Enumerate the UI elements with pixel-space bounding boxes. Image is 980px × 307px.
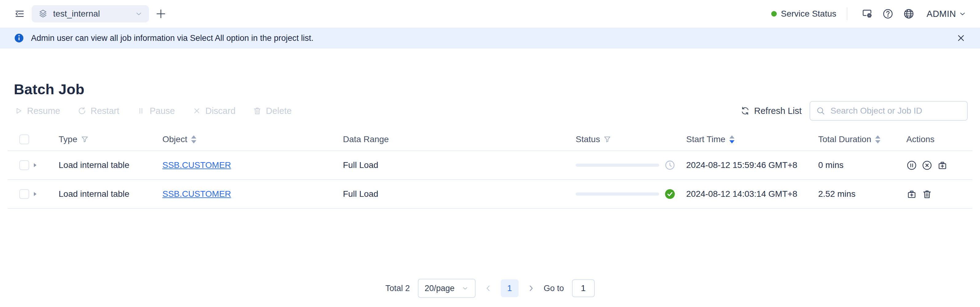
- cell-actions: [906, 189, 972, 200]
- batch-job-page: test_internal Service Status: [0, 0, 980, 307]
- page-size-value: 20/page: [425, 284, 455, 293]
- table-row: Load internal table SSB.CUSTOMER Full Lo…: [8, 151, 972, 180]
- delete-label: Delete: [266, 106, 292, 116]
- pagination-total: Total 2: [385, 284, 410, 293]
- pause-button[interactable]: Pause: [136, 106, 175, 116]
- select-all-checkbox[interactable]: [19, 134, 29, 144]
- project-selector[interactable]: test_internal: [32, 5, 149, 22]
- refresh-list-button[interactable]: Refresh List: [740, 106, 802, 116]
- delete-button[interactable]: Delete: [253, 106, 292, 116]
- expand-row-icon[interactable]: [32, 191, 38, 197]
- goto-label: Go to: [544, 284, 564, 293]
- table-header-row: Type Object Data Range Status: [8, 128, 972, 151]
- search-box: [810, 101, 968, 121]
- admin-user-menu[interactable]: ADMIN: [927, 9, 966, 19]
- help-icon[interactable]: [882, 8, 894, 20]
- cell-data-range: Full Load: [343, 189, 576, 199]
- progress-bar: [576, 164, 659, 167]
- cell-type: Load internal table: [49, 160, 162, 170]
- close-icon[interactable]: [956, 33, 966, 43]
- language-globe-icon[interactable]: [903, 8, 915, 20]
- pause-label: Pause: [150, 106, 175, 116]
- cell-total-duration: 0 mins: [818, 160, 906, 170]
- column-header-data-range: Data Range: [343, 134, 576, 144]
- cell-start-time: 2024-08-12 15:59:46 GMT+8: [686, 160, 818, 170]
- progress-bar: [576, 192, 659, 196]
- column-header-status: Status: [576, 134, 686, 144]
- toolbar: Resume Restart Pause Discard Delete: [14, 101, 968, 121]
- next-page-icon[interactable]: [527, 284, 536, 293]
- table-row: Load internal table SSB.CUSTOMER Full Lo…: [8, 180, 972, 209]
- success-check-icon: [664, 188, 676, 200]
- chevron-down-icon: [461, 285, 469, 292]
- toolbar-right: Refresh List: [740, 101, 968, 121]
- refresh-icon: [740, 106, 750, 116]
- row-checkbox[interactable]: [19, 160, 29, 170]
- add-project-tab-icon[interactable]: [155, 8, 167, 20]
- column-header-object[interactable]: Object: [162, 134, 343, 144]
- topbar-divider: [847, 7, 847, 20]
- info-banner: Admin user can view all job information …: [0, 28, 980, 49]
- info-icon: [14, 33, 24, 43]
- goto-page-input[interactable]: [572, 279, 595, 297]
- cell-status: [576, 188, 686, 200]
- banner-message: Admin user can view all job information …: [31, 33, 956, 43]
- trash-icon: [253, 106, 262, 115]
- column-header-actions: Actions: [906, 134, 972, 144]
- chevron-down-icon: [959, 10, 966, 18]
- sort-icon[interactable]: [190, 135, 197, 144]
- restart-button[interactable]: Restart: [77, 106, 119, 116]
- job-table: Type Object Data Range Status: [8, 128, 972, 209]
- column-header-type: Type: [49, 134, 162, 144]
- cancel-job-icon[interactable]: [922, 160, 932, 171]
- resume-label: Resume: [27, 106, 60, 116]
- sort-icon[interactable]: [874, 135, 881, 144]
- filter-icon[interactable]: [603, 135, 612, 144]
- topbar: test_internal Service Status: [0, 0, 980, 28]
- chevron-down-icon: [135, 10, 143, 18]
- play-icon: [14, 106, 23, 115]
- collapse-menu-icon[interactable]: [14, 8, 25, 19]
- cell-actions: [906, 160, 972, 171]
- object-link[interactable]: SSB.CUSTOMER: [162, 189, 231, 199]
- discard-button[interactable]: Discard: [192, 106, 235, 116]
- refresh-list-label: Refresh List: [754, 106, 802, 116]
- current-page-button[interactable]: 1: [501, 279, 519, 297]
- cell-total-duration: 2.52 mins: [818, 189, 906, 199]
- cell-type: Load internal table: [49, 189, 162, 199]
- pending-clock-icon: [664, 159, 676, 171]
- pause-job-icon[interactable]: [906, 160, 917, 171]
- column-header-total-duration[interactable]: Total Duration: [818, 134, 906, 144]
- row-checkbox[interactable]: [19, 189, 29, 199]
- restart-icon: [77, 106, 87, 115]
- column-header-start-time[interactable]: Start Time: [686, 134, 818, 144]
- sort-icon-descending-active[interactable]: [729, 135, 735, 144]
- layers-icon: [38, 9, 48, 19]
- pagination: Total 2 20/page 1 Go to: [0, 279, 980, 298]
- search-icon: [816, 106, 826, 116]
- discard-label: Discard: [205, 106, 235, 116]
- resume-button[interactable]: Resume: [14, 106, 60, 116]
- service-status-label[interactable]: Service Status: [781, 9, 837, 19]
- expand-row-icon[interactable]: [32, 162, 38, 169]
- discard-x-icon: [192, 106, 201, 115]
- pause-icon: [136, 106, 146, 115]
- page-size-select[interactable]: 20/page: [418, 279, 476, 298]
- object-link[interactable]: SSB.CUSTOMER: [162, 160, 231, 170]
- project-selector-value: test_internal: [53, 9, 135, 19]
- search-input[interactable]: [830, 106, 962, 116]
- diagnose-toolbox-icon[interactable]: [937, 160, 948, 171]
- page-title: Batch Job: [14, 81, 84, 98]
- admin-label: ADMIN: [927, 9, 956, 19]
- prev-page-icon[interactable]: [484, 284, 493, 293]
- cell-data-range: Full Load: [343, 160, 576, 170]
- system-settings-icon[interactable]: [861, 8, 873, 20]
- cell-start-time: 2024-08-12 14:03:14 GMT+8: [686, 189, 818, 199]
- batch-actions: Resume Restart Pause Discard Delete: [14, 106, 292, 116]
- cell-status: [576, 159, 686, 171]
- restart-label: Restart: [91, 106, 119, 116]
- service-status-dot: [771, 11, 777, 17]
- delete-job-icon[interactable]: [922, 189, 932, 200]
- filter-icon[interactable]: [80, 135, 89, 144]
- diagnose-toolbox-icon[interactable]: [906, 189, 917, 200]
